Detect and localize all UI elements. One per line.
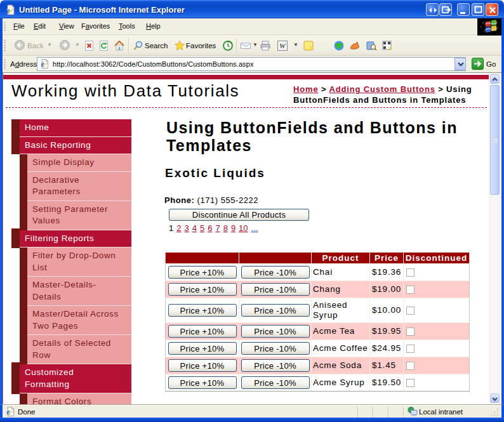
svg-text:W: W [279, 42, 286, 49]
svg-text:e: e [41, 60, 44, 69]
svg-text:e: e [6, 408, 10, 416]
svg-text:e: e [6, 6, 10, 15]
